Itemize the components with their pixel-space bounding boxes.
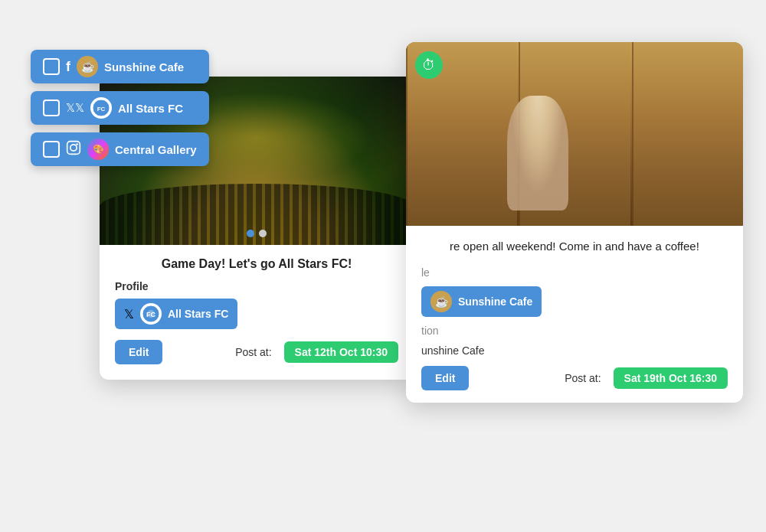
svg-rect-5 bbox=[67, 141, 80, 154]
profile-badge-right[interactable]: ☕ Sunshine Cafe bbox=[421, 286, 542, 317]
destination-label-right: tion bbox=[421, 325, 439, 337]
edit-button-left[interactable]: Edit bbox=[115, 340, 162, 364]
sunshine-cafe-label: Sunshine Cafe bbox=[104, 60, 184, 73]
checkbox-central-gallery[interactable] bbox=[43, 141, 60, 158]
allstars-fc-label: All Stars FC bbox=[118, 102, 183, 115]
profile-name-right: Sunshine Cafe bbox=[458, 295, 532, 308]
card-footer-right: Edit Post at: Sat 19th Oct 16:30 bbox=[421, 366, 728, 390]
profile-name-left: All Stars FC bbox=[168, 308, 228, 320]
card-right-image: ⏱ bbox=[406, 42, 743, 226]
checkbox-allstars-fc[interactable] bbox=[43, 100, 60, 116]
allstars-fc-avatar: FC bbox=[90, 97, 112, 119]
scene: Game Day! Let's go All Stars FC! Profile… bbox=[0, 0, 766, 532]
post-at-label-left: Post at: bbox=[235, 346, 271, 358]
twitter-icon-badge bbox=[124, 307, 134, 321]
selector-central-gallery[interactable]: 🎨 Central Gallery bbox=[31, 132, 209, 166]
svg-text:FC: FC bbox=[97, 106, 106, 113]
twitter-icon-selector: 𝕏 bbox=[66, 101, 84, 115]
facebook-icon: f bbox=[66, 59, 70, 75]
card-footer-left: Edit Post at: Sat 12th Oct 10:30 bbox=[115, 340, 398, 367]
selector-sunshine-cafe[interactable]: f ☕ Sunshine Cafe bbox=[31, 50, 209, 83]
destination-text-right: unshine Cafe bbox=[421, 344, 485, 357]
clock-icon: ⏱ bbox=[415, 51, 443, 79]
checkbox-sunshine-cafe[interactable] bbox=[43, 58, 60, 75]
allstars-logo: FC bbox=[140, 303, 162, 325]
selector-allstars-fc[interactable]: 𝕏 FC All Stars FC bbox=[31, 91, 209, 125]
profile-label-left: Profile bbox=[115, 280, 398, 292]
instagram-icon bbox=[66, 140, 81, 159]
card-right: ⏱ re open all weekend! Come in and have … bbox=[406, 42, 743, 403]
post-title-left: Game Day! Let's go All Stars FC! bbox=[115, 257, 398, 271]
central-gallery-avatar: 🎨 bbox=[87, 139, 109, 160]
svg-point-7 bbox=[76, 143, 78, 145]
central-gallery-label: Central Gallery bbox=[115, 143, 197, 156]
svg-point-6 bbox=[70, 144, 77, 150]
profile-label-right: le bbox=[421, 266, 430, 279]
post-text-right: re open all weekend! Come in and have a … bbox=[421, 238, 728, 256]
carousel-dot-2[interactable] bbox=[259, 230, 267, 237]
post-at-label-right: Post at: bbox=[565, 372, 601, 384]
selector-group: f ☕ Sunshine Cafe 𝕏 FC All Stars FC bbox=[31, 50, 209, 166]
profile-badge-left[interactable]: FC All Stars FC bbox=[115, 299, 237, 329]
edit-button-right[interactable]: Edit bbox=[421, 366, 469, 390]
date-badge-left: Sat 12th Oct 10:30 bbox=[284, 341, 398, 363]
carousel-dot-1[interactable] bbox=[247, 230, 254, 237]
date-badge-right: Sat 19th Oct 16:30 bbox=[614, 367, 728, 389]
svg-text:FC: FC bbox=[146, 311, 155, 318]
cafe-logo: ☕ bbox=[430, 291, 452, 312]
sunshine-cafe-avatar: ☕ bbox=[77, 56, 98, 77]
